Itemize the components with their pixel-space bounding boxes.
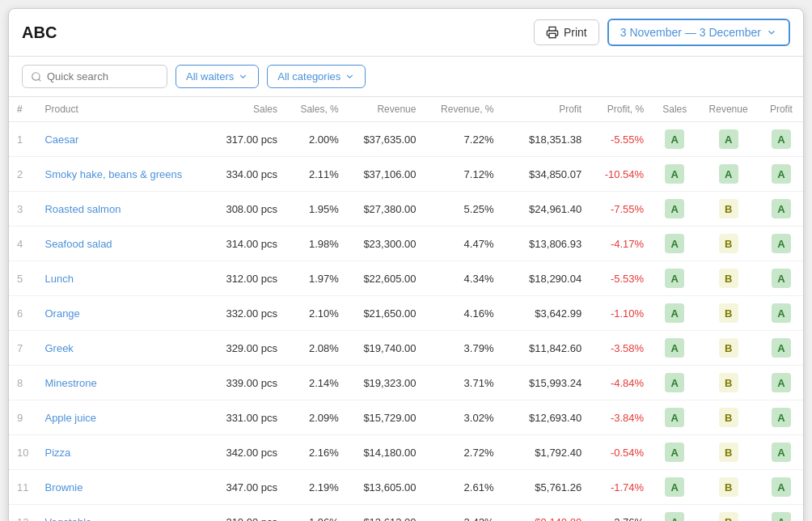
cell-num: 8 (9, 366, 36, 400)
cell-revenue-pct: 3.02% (424, 400, 501, 435)
cell-num: 12 (9, 505, 36, 522)
cell-grade-sales: A (652, 157, 697, 192)
cell-profit: $3,642.99 (501, 296, 590, 331)
table-row: 2 Smoky hake, beans & greens 334.00 pcs … (9, 157, 803, 192)
search-input[interactable] (47, 70, 159, 83)
cell-profit-pct: -4.84% (590, 366, 652, 400)
chevron-down-icon (766, 27, 777, 38)
cell-product[interactable]: Minestrone (36, 366, 209, 400)
cell-sales: 310.00 pcs (209, 505, 285, 522)
cell-product[interactable]: Greek (36, 331, 209, 366)
cell-sales-pct: 1.98% (285, 227, 347, 261)
table-row: 9 Apple juice 331.00 pcs 2.09% $15,729.0… (9, 400, 803, 435)
cell-num: 3 (9, 192, 36, 227)
cell-revenue: $37,635.00 (347, 122, 425, 157)
cell-num: 9 (9, 400, 36, 435)
cell-grade-sales: A (652, 261, 697, 296)
cell-grade-revenue: B (697, 227, 759, 261)
cell-grade-sales: A (652, 122, 697, 157)
cell-revenue: $14,180.00 (347, 435, 425, 470)
app-title: ABC (22, 23, 57, 42)
col-revenue: Revenue (347, 97, 425, 122)
data-table: # Product Sales Sales, % Revenue Revenue… (9, 97, 803, 521)
cell-profit: $18,290.04 (501, 261, 590, 296)
cell-sales-pct: 2.19% (285, 470, 347, 505)
cell-revenue-pct: 3.71% (424, 366, 501, 400)
chevron-down-icon (345, 71, 355, 82)
cell-grade-profit: A (759, 331, 803, 366)
cell-profit: $11,842.60 (501, 331, 590, 366)
cell-sales: 329.00 pcs (209, 331, 285, 366)
cell-grade-revenue: B (697, 261, 759, 296)
cell-revenue: $13,605.00 (347, 470, 425, 505)
cell-num: 7 (9, 331, 36, 366)
cell-profit: $15,993.24 (501, 366, 590, 400)
cell-profit: $5,761.26 (501, 470, 590, 505)
cell-num: 6 (9, 296, 36, 331)
svg-line-2 (39, 78, 41, 81)
cell-profit-pct: -0.54% (590, 435, 652, 470)
cell-profit-pct: -7.55% (590, 192, 652, 227)
cell-product[interactable]: Pizza (36, 435, 209, 470)
cell-profit-pct: -3.58% (590, 331, 652, 366)
cell-product[interactable]: Brownie (36, 470, 209, 505)
cell-revenue-pct: 2.42% (424, 505, 501, 522)
cell-profit-pct: -3.84% (590, 400, 652, 435)
col-grade-revenue: Revenue (697, 97, 759, 122)
col-revenue-pct: Revenue, % (424, 97, 501, 122)
cell-product[interactable]: Roasted salmon (36, 192, 209, 227)
chevron-down-icon (238, 71, 248, 82)
cell-sales: 331.00 pcs (209, 400, 285, 435)
toolbar: All waiters All categories (9, 57, 803, 97)
table-row: 1 Caesar 317.00 pcs 2.00% $37,635.00 7.2… (9, 122, 803, 157)
cell-product[interactable]: Lunch (36, 261, 209, 296)
col-profit-pct: Profit, % (590, 97, 652, 122)
cell-sales: 308.00 pcs (209, 192, 285, 227)
cell-grade-revenue: A (697, 122, 759, 157)
cell-revenue-pct: 4.34% (424, 261, 501, 296)
cell-grade-sales: A (652, 331, 697, 366)
print-button[interactable]: Print (534, 19, 599, 45)
cell-grade-sales: A (652, 192, 697, 227)
categories-dropdown[interactable]: All categories (267, 65, 366, 88)
cell-grade-sales: A (652, 227, 697, 261)
cell-grade-revenue: B (697, 400, 759, 435)
col-grade-profit: Profit (759, 97, 803, 122)
app-window: ABC Print 3 November — 3 December (8, 8, 804, 521)
cell-product[interactable]: Orange (36, 296, 209, 331)
col-sales-pct: Sales, % (285, 97, 347, 122)
cell-sales-pct: 2.16% (285, 435, 347, 470)
table-row: 5 Lunch 312.00 pcs 1.97% $22,605.00 4.34… (9, 261, 803, 296)
cell-grade-sales: A (652, 470, 697, 505)
date-range-button[interactable]: 3 November — 3 December (607, 19, 790, 46)
cell-product[interactable]: Seafood salad (36, 227, 209, 261)
cell-grade-sales: A (652, 296, 697, 331)
cell-grade-profit: A (759, 366, 803, 400)
cell-sales: 317.00 pcs (209, 122, 285, 157)
cell-product[interactable]: Apple juice (36, 400, 209, 435)
col-product: Product (36, 97, 209, 122)
table-row: 10 Pizza 342.00 pcs 2.16% $14,180.00 2.7… (9, 435, 803, 470)
cell-grade-profit: A (759, 435, 803, 470)
cell-profit: $13,806.93 (501, 227, 590, 261)
cell-grade-profit: A (759, 400, 803, 435)
waiters-dropdown[interactable]: All waiters (176, 65, 259, 88)
cell-grade-profit: A (759, 505, 803, 522)
cell-product[interactable]: Vegetable (36, 505, 209, 522)
cell-grade-revenue: B (697, 470, 759, 505)
cell-profit-pct: -5.53% (590, 261, 652, 296)
cell-sales-pct: 1.96% (285, 505, 347, 522)
cell-profit: $1,792.40 (501, 435, 590, 470)
cell-product[interactable]: Caesar (36, 122, 209, 157)
cell-profit-pct: -1.10% (590, 296, 652, 331)
cell-revenue: $19,740.00 (347, 331, 425, 366)
cell-profit-pct: 2.76% (590, 505, 652, 522)
cell-revenue: $12,612.00 (347, 505, 425, 522)
cell-product[interactable]: Smoky hake, beans & greens (36, 157, 209, 192)
cell-grade-revenue: B (697, 435, 759, 470)
col-profit: Profit (501, 97, 590, 122)
table-row: 12 Vegetable 310.00 pcs 1.96% $12,612.00… (9, 505, 803, 522)
table-row: 11 Brownie 347.00 pcs 2.19% $13,605.00 2… (9, 470, 803, 505)
cell-grade-sales: A (652, 366, 697, 400)
search-box[interactable] (22, 65, 167, 88)
